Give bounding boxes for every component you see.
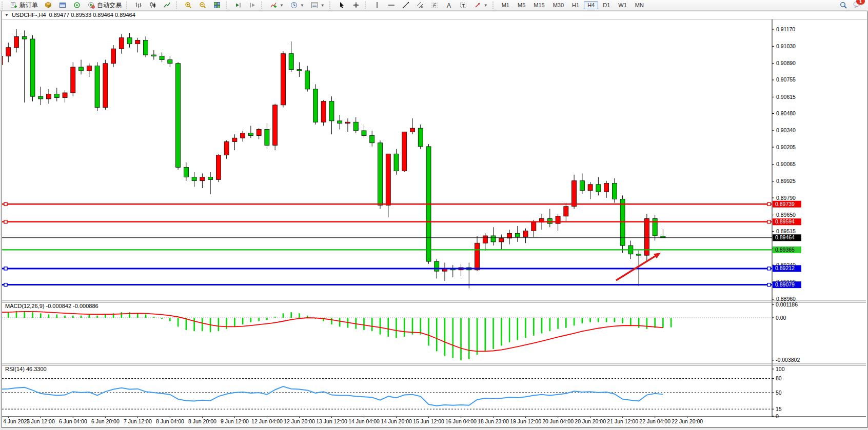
arrow-shape-icon (474, 1, 482, 9)
metaeditor-button[interactable] (41, 0, 55, 10)
svg-text:15 Jun 12:00: 15 Jun 12:00 (413, 418, 444, 424)
auto-trading-icon (87, 1, 95, 9)
bar-chart-mode-button[interactable] (131, 0, 146, 10)
svg-text:100: 100 (776, 366, 785, 372)
chart-shift-button[interactable] (245, 0, 260, 10)
label-tool-button[interactable]: T (456, 0, 470, 10)
svg-text:T: T (462, 3, 465, 8)
chart-window: ▼ USDCHF-,H4 0.89477 0.89533 0.89464 0.8… (2, 11, 867, 428)
label-icon: T (459, 1, 467, 9)
svg-text:0.91030: 0.91030 (776, 43, 796, 49)
text-tool-button[interactable]: A (442, 0, 456, 10)
new-order-button[interactable]: 新订单 (7, 0, 41, 11)
timeframe-m15-button[interactable]: M15 (530, 1, 548, 9)
line-handle[interactable] (767, 267, 771, 270)
svg-text:0.89925: 0.89925 (776, 178, 796, 184)
auto-trading-button[interactable]: 自动交易 (84, 0, 125, 11)
svg-text:9 Jun 12:00: 9 Jun 12:00 (221, 418, 249, 424)
line-chart-icon (163, 1, 171, 9)
toolbar-grip (2, 2, 5, 9)
macd-label: MACD(12,26,9) -0.000842 -0.000886 (5, 303, 98, 309)
cursor-tool-button[interactable] (334, 0, 349, 10)
line-handle[interactable] (4, 220, 7, 223)
svg-text:18 Jun 23:00: 18 Jun 23:00 (478, 418, 509, 424)
svg-text:8 Jun 20:00: 8 Jun 20:00 (188, 418, 216, 424)
chart-canvas[interactable]: 0.911700.910300.908900.907550.906150.904… (2, 19, 866, 427)
svg-text:0.89594: 0.89594 (775, 218, 795, 224)
svg-text:0.89079: 0.89079 (775, 281, 795, 288)
svg-text:20 Jun 04:00: 20 Jun 04:00 (542, 418, 574, 424)
notification-badge: 1 (856, 0, 865, 5)
symbol-dropdown-icon[interactable]: ▼ (5, 11, 9, 19)
trendline-tool-button[interactable] (399, 0, 413, 10)
line-handle[interactable] (767, 202, 771, 206)
timeframe-m1-button[interactable]: M1 (498, 1, 513, 9)
svg-text:16 Jun 04:00: 16 Jun 04:00 (445, 418, 477, 424)
crosshair-tool-button[interactable] (349, 0, 363, 10)
market-watch-button[interactable] (55, 0, 70, 10)
line-handle[interactable] (4, 283, 7, 286)
auto-scroll-button[interactable] (231, 0, 245, 10)
svg-text:4 Jun 2023: 4 Jun 2023 (3, 418, 30, 424)
timeframe-m5-button[interactable]: M5 (514, 1, 529, 9)
candlestick-mode-button[interactable] (146, 0, 160, 10)
svg-text:80: 80 (776, 375, 782, 381)
rsi-label: RSI(14) 46.3300 (5, 366, 47, 372)
svg-text:0: 0 (776, 413, 779, 419)
candlestick-chart-icon (149, 1, 157, 9)
vertical-line-tool-button[interactable] (370, 0, 384, 10)
indicators-icon (269, 1, 278, 9)
horizontal-line-tool-button[interactable] (384, 0, 399, 10)
svg-text:0.89464: 0.89464 (775, 234, 795, 240)
zoom-out-button[interactable] (195, 0, 210, 10)
svg-text:5 Jun 12:00: 5 Jun 12:00 (27, 418, 55, 424)
svg-text:F: F (433, 3, 436, 8)
line-chart-mode-button[interactable] (160, 0, 174, 10)
notifications-button[interactable]: 1 (853, 1, 861, 10)
timeframe-mn-button[interactable]: MN (632, 1, 647, 9)
svg-text:50: 50 (776, 390, 782, 396)
svg-text:0.90615: 0.90615 (776, 94, 796, 100)
metaeditor-icon (44, 1, 52, 9)
strategy-tester-icon (73, 1, 81, 9)
market-watch-icon (58, 1, 67, 9)
timeframe-d1-button[interactable]: D1 (599, 1, 614, 9)
svg-text:15: 15 (776, 406, 782, 412)
svg-text:0.89650: 0.89650 (776, 212, 796, 218)
line-handle[interactable] (767, 283, 771, 286)
line-handle[interactable] (4, 202, 7, 206)
zoom-in-button[interactable] (181, 0, 195, 10)
svg-text:14 Jun 04:00: 14 Jun 04:00 (348, 418, 380, 424)
trendline-icon (402, 1, 410, 9)
timeframe-w1-button[interactable]: W1 (615, 1, 630, 9)
chart-quotes: 0.89477 0.89533 0.89464 0.89464 (49, 11, 135, 19)
chart-title-bar[interactable]: ▼ USDCHF-,H4 0.89477 0.89533 0.89464 0.8… (2, 11, 867, 19)
svg-text:7 Jun 12:00: 7 Jun 12:00 (124, 418, 152, 424)
chart-shift-icon (248, 1, 257, 9)
svg-text:0.90480: 0.90480 (776, 110, 796, 116)
time-axis: 4 Jun 20235 Jun 12:006 Jun 04:006 Jun 20… (3, 417, 703, 424)
periods-button[interactable]: ▼ (287, 0, 307, 10)
templates-button[interactable]: ▼ (307, 0, 328, 10)
timeframe-h1-button[interactable]: H1 (568, 1, 583, 9)
crosshair-icon (352, 1, 360, 9)
svg-text:14 Jun 20:00: 14 Jun 20:00 (381, 418, 412, 424)
svg-text:0.89739: 0.89739 (775, 201, 795, 207)
svg-text:E: E (421, 6, 423, 9)
tile-windows-button[interactable] (210, 0, 224, 10)
strategy-tester-button[interactable] (70, 0, 84, 10)
line-handle[interactable] (767, 220, 771, 223)
svg-text:0.001186: 0.001186 (776, 301, 798, 308)
toolbar: 新订单 自动交易 ▼ ▼ ▼ E F A T ▼ (0, 0, 868, 11)
timeframe-m30-button[interactable]: M30 (549, 1, 567, 9)
svg-text:19 Jun 12:00: 19 Jun 12:00 (510, 418, 541, 424)
search-icon[interactable] (839, 1, 847, 9)
channel-tool-button[interactable]: E (413, 0, 427, 10)
indicators-button[interactable]: ▼ (266, 0, 287, 10)
timeframe-h4-button[interactable]: H4 (584, 1, 598, 9)
arrows-tool-button[interactable]: ▼ (470, 0, 491, 10)
chart-symbol-period: USDCHF-,H4 (12, 11, 46, 19)
fibonacci-tool-button[interactable]: F (427, 0, 442, 10)
svg-text:0.91170: 0.91170 (776, 26, 795, 32)
line-handle[interactable] (4, 267, 7, 270)
